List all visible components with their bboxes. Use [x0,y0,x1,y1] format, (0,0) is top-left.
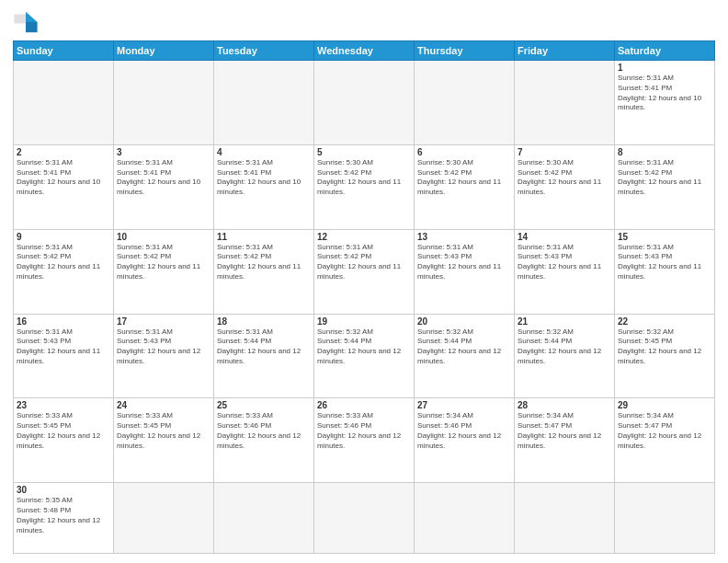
day-cell: 28Sunrise: 5:34 AMSunset: 5:47 PMDayligh… [515,398,615,483]
day-number: 30 [17,485,110,495]
day-number: 2 [17,147,110,157]
day-number: 4 [217,147,311,157]
day-cell: 16Sunrise: 5:31 AMSunset: 5:43 PMDayligh… [14,314,114,398]
day-info: Sunrise: 5:33 AMSunset: 5:45 PMDaylight:… [117,411,210,451]
day-cell: 27Sunrise: 5:34 AMSunset: 5:46 PMDayligh… [415,398,515,483]
day-info: Sunrise: 5:31 AMSunset: 5:42 PMDaylight:… [117,243,210,282]
day-cell: 6Sunrise: 5:30 AMSunset: 5:42 PMDaylight… [415,144,515,229]
week-row-5: 30Sunrise: 5:35 AMSunset: 5:48 PMDayligh… [14,483,715,554]
day-info: Sunrise: 5:31 AMSunset: 5:43 PMDaylight:… [117,327,210,367]
day-info: Sunrise: 5:30 AMSunset: 5:42 PMDaylight:… [317,158,411,198]
page: SundayMondayTuesdayWednesdayThursdayFrid… [0,0,728,563]
day-cell [515,483,615,554]
logo-icon [13,9,39,35]
day-info: Sunrise: 5:34 AMSunset: 5:47 PMDaylight:… [618,411,711,451]
day-cell: 20Sunrise: 5:32 AMSunset: 5:44 PMDayligh… [415,314,515,398]
day-cell: 23Sunrise: 5:33 AMSunset: 5:45 PMDayligh… [14,398,114,483]
day-info: Sunrise: 5:31 AMSunset: 5:42 PMDaylight:… [217,243,311,282]
day-number: 21 [518,316,611,327]
day-number: 23 [17,400,110,410]
day-info: Sunrise: 5:34 AMSunset: 5:47 PMDaylight:… [518,411,611,451]
day-cell: 25Sunrise: 5:33 AMSunset: 5:46 PMDayligh… [214,398,314,483]
col-header-monday: Monday [114,41,214,61]
day-cell: 3Sunrise: 5:31 AMSunset: 5:41 PMDaylight… [114,144,214,229]
day-number: 5 [317,147,411,157]
day-cell: 13Sunrise: 5:31 AMSunset: 5:43 PMDayligh… [415,229,515,314]
day-cell: 1Sunrise: 5:31 AMSunset: 5:41 PMDaylight… [615,61,715,145]
svg-marker-1 [26,12,38,22]
day-number: 8 [618,147,711,157]
day-info: Sunrise: 5:31 AMSunset: 5:43 PMDaylight:… [417,243,511,282]
day-cell [314,483,415,554]
day-cell: 29Sunrise: 5:34 AMSunset: 5:47 PMDayligh… [615,398,715,483]
day-number: 26 [317,400,411,410]
week-row-3: 16Sunrise: 5:31 AMSunset: 5:43 PMDayligh… [14,314,715,398]
day-cell [114,61,214,145]
day-number: 6 [417,147,511,157]
day-info: Sunrise: 5:31 AMSunset: 5:42 PMDaylight:… [317,243,411,282]
day-info: Sunrise: 5:31 AMSunset: 5:41 PMDaylight:… [217,158,311,198]
day-number: 15 [618,232,711,242]
day-cell [515,61,615,145]
day-cell: 21Sunrise: 5:32 AMSunset: 5:44 PMDayligh… [515,314,615,398]
day-info: Sunrise: 5:32 AMSunset: 5:44 PMDaylight:… [317,327,411,367]
col-header-thursday: Thursday [415,41,515,61]
col-header-friday: Friday [515,41,615,61]
day-cell: 10Sunrise: 5:31 AMSunset: 5:42 PMDayligh… [114,229,214,314]
calendar-header-row: SundayMondayTuesdayWednesdayThursdayFrid… [14,41,715,61]
day-info: Sunrise: 5:32 AMSunset: 5:45 PMDaylight:… [618,327,711,367]
week-row-0: 1Sunrise: 5:31 AMSunset: 5:41 PMDaylight… [14,61,715,145]
day-number: 1 [618,63,711,73]
calendar-table: SundayMondayTuesdayWednesdayThursdayFrid… [13,40,715,554]
day-cell: 7Sunrise: 5:30 AMSunset: 5:42 PMDaylight… [515,144,615,229]
day-number: 25 [217,400,311,410]
day-number: 12 [317,232,411,242]
day-number: 29 [618,400,711,410]
day-cell: 4Sunrise: 5:31 AMSunset: 5:41 PMDaylight… [214,144,314,229]
day-number: 17 [117,316,210,327]
col-header-saturday: Saturday [615,41,715,61]
day-number: 27 [417,400,511,410]
day-cell: 12Sunrise: 5:31 AMSunset: 5:42 PMDayligh… [314,229,415,314]
day-info: Sunrise: 5:31 AMSunset: 5:43 PMDaylight:… [17,327,110,367]
col-header-tuesday: Tuesday [214,41,314,61]
day-cell [415,483,515,554]
day-cell: 15Sunrise: 5:31 AMSunset: 5:43 PMDayligh… [615,229,715,314]
day-info: Sunrise: 5:31 AMSunset: 5:41 PMDaylight:… [17,158,110,198]
day-cell: 14Sunrise: 5:31 AMSunset: 5:43 PMDayligh… [515,229,615,314]
day-info: Sunrise: 5:30 AMSunset: 5:42 PMDaylight:… [518,158,611,198]
week-row-2: 9Sunrise: 5:31 AMSunset: 5:42 PMDaylight… [14,229,715,314]
day-number: 9 [17,232,110,242]
week-row-4: 23Sunrise: 5:33 AMSunset: 5:45 PMDayligh… [14,398,715,483]
day-info: Sunrise: 5:32 AMSunset: 5:44 PMDaylight:… [417,327,511,367]
day-cell: 2Sunrise: 5:31 AMSunset: 5:41 PMDaylight… [14,144,114,229]
day-cell: 19Sunrise: 5:32 AMSunset: 5:44 PMDayligh… [314,314,415,398]
day-cell [615,483,715,554]
day-cell [14,61,114,145]
day-cell: 22Sunrise: 5:32 AMSunset: 5:45 PMDayligh… [615,314,715,398]
day-info: Sunrise: 5:30 AMSunset: 5:42 PMDaylight:… [417,158,511,198]
day-cell: 24Sunrise: 5:33 AMSunset: 5:45 PMDayligh… [114,398,214,483]
col-header-sunday: Sunday [14,41,114,61]
day-cell [214,483,314,554]
svg-marker-2 [26,22,38,32]
day-info: Sunrise: 5:34 AMSunset: 5:46 PMDaylight:… [417,411,511,451]
day-info: Sunrise: 5:32 AMSunset: 5:44 PMDaylight:… [518,327,611,367]
col-header-wednesday: Wednesday [314,41,415,61]
day-cell [114,483,214,554]
header [13,9,715,35]
week-row-1: 2Sunrise: 5:31 AMSunset: 5:41 PMDaylight… [14,144,715,229]
day-number: 3 [117,147,210,157]
day-number: 11 [217,232,311,242]
day-number: 22 [618,316,711,327]
day-number: 24 [117,400,210,410]
day-info: Sunrise: 5:31 AMSunset: 5:42 PMDaylight:… [618,158,711,198]
day-info: Sunrise: 5:31 AMSunset: 5:44 PMDaylight:… [217,327,311,367]
day-cell: 26Sunrise: 5:33 AMSunset: 5:46 PMDayligh… [314,398,415,483]
day-number: 14 [518,232,611,242]
day-info: Sunrise: 5:33 AMSunset: 5:46 PMDaylight:… [217,411,311,451]
day-cell: 5Sunrise: 5:30 AMSunset: 5:42 PMDaylight… [314,144,415,229]
day-info: Sunrise: 5:31 AMSunset: 5:43 PMDaylight:… [618,243,711,282]
day-info: Sunrise: 5:31 AMSunset: 5:42 PMDaylight:… [17,243,110,282]
svg-rect-0 [14,15,26,24]
